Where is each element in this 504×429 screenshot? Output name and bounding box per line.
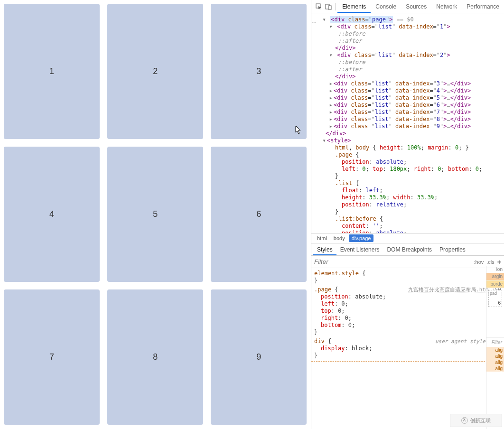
subtab-styles[interactable]: Styles bbox=[313, 244, 336, 255]
breadcrumb-html[interactable]: html bbox=[314, 234, 330, 242]
dom-node-list-5[interactable]: <div class="list" data-index="5">…</div> bbox=[322, 94, 504, 102]
boxmodel-value: 6 bbox=[498, 300, 501, 306]
dom-breadcrumb: html body div.page bbox=[311, 233, 504, 243]
dom-node-list-9[interactable]: <div class="list" data-index="9">…</div> bbox=[322, 123, 504, 130]
computed-prop[interactable]: alig bbox=[486, 353, 504, 359]
dom-pseudo-before: ::before bbox=[322, 30, 504, 37]
tab-performance[interactable]: Performance bbox=[462, 0, 504, 13]
subtab-properties[interactable]: Properties bbox=[436, 244, 469, 255]
tab-elements[interactable]: Elements bbox=[337, 0, 371, 13]
breadcrumb-body[interactable]: body bbox=[331, 234, 348, 242]
watermark-badge: 创新互联 bbox=[450, 414, 502, 427]
computed-filter-input[interactable]: Filter bbox=[486, 337, 504, 347]
breadcrumb-divpage[interactable]: div.page bbox=[349, 234, 374, 242]
grid-cell-2: 2 bbox=[107, 4, 203, 139]
dom-node-style[interactable]: <style> bbox=[322, 137, 504, 144]
dom-node-list-4[interactable]: <div class="list" data-index="4">…</div> bbox=[322, 87, 504, 94]
dom-node-page[interactable]: <div class="page"> == $0 bbox=[322, 16, 504, 23]
dom-pseudo-after: ::after bbox=[322, 37, 504, 45]
rule-page[interactable]: 九宫格百分比高度自适应布局.html:50 .page { position: … bbox=[314, 286, 501, 336]
styles-subtabs: Styles Event Listeners DOM Breakpoints P… bbox=[311, 243, 504, 256]
box-model-sliver: ion argin borde pad 6 Filter alig alig a… bbox=[486, 266, 504, 429]
devtools-panel: Elements Console Sources Network Perform… bbox=[311, 0, 504, 429]
tab-console[interactable]: Console bbox=[371, 0, 401, 13]
boxmodel-ion-label: ion bbox=[486, 266, 504, 273]
grid-cell-9: 9 bbox=[211, 289, 307, 425]
tab-sources[interactable]: Sources bbox=[401, 0, 431, 13]
grid-cell-8: 8 bbox=[107, 289, 203, 425]
devtools-tabs: Elements Console Sources Network Perform… bbox=[311, 0, 504, 13]
grid-cell-4: 4 bbox=[4, 147, 100, 282]
dom-pseudo-before: ::before bbox=[322, 59, 504, 66]
dom-style-content: html, body { height: 100%; margin: 0; } … bbox=[322, 144, 504, 233]
styles-filter-row: :hov .cls + bbox=[311, 256, 504, 268]
watermark-text: 创新互联 bbox=[470, 417, 491, 424]
grid-cell-7: 7 bbox=[4, 289, 100, 425]
dom-node-list-3[interactable]: <div class="list" data-index="3">…</div> bbox=[322, 80, 504, 87]
grid-cell-3: 3 bbox=[211, 4, 307, 139]
dom-node-list-8[interactable]: <div class="list" data-index="8">…</div> bbox=[322, 116, 504, 123]
dom-tree[interactable]: … <div class="page"> == $0 <div class="l… bbox=[311, 13, 504, 233]
page-preview: 1 2 3 4 5 6 7 8 9 bbox=[0, 0, 311, 429]
dom-node-list-7[interactable]: <div class="list" data-index="7">…</div> bbox=[322, 109, 504, 116]
grid-cell-5: 5 bbox=[107, 147, 203, 282]
grid-cell-1: 1 bbox=[4, 4, 100, 139]
hov-toggle[interactable]: :hov bbox=[474, 259, 484, 265]
rule-element-style[interactable]: element.style {} bbox=[314, 270, 501, 284]
boxmodel-padding-box: pad 6 bbox=[488, 290, 502, 307]
device-toggle-icon[interactable] bbox=[324, 1, 333, 12]
boxmodel-border-label: borde bbox=[486, 280, 504, 288]
dom-node-list-6[interactable]: <div class="list" data-index="6">…</div> bbox=[322, 102, 504, 109]
styles-filter-input[interactable] bbox=[314, 258, 471, 265]
computed-prop[interactable]: alig bbox=[486, 359, 504, 365]
watermark-logo-icon bbox=[461, 417, 468, 424]
dom-node-page-close: </div> bbox=[322, 130, 504, 137]
rule-ua-div[interactable]: user agent stylesheet div { display: blo… bbox=[314, 338, 501, 359]
svg-rect-2 bbox=[328, 6, 331, 9]
new-style-rule-button[interactable]: + bbox=[497, 258, 501, 266]
dom-node-list-1[interactable]: <div class="list" data-index="1"> bbox=[322, 23, 504, 30]
grid-container: 1 2 3 4 5 6 7 8 9 bbox=[0, 0, 311, 429]
dom-pseudo-after: ::after bbox=[322, 66, 504, 73]
dom-node-list-2[interactable]: <div class="list" data-index="2"> bbox=[322, 52, 504, 59]
computed-prop[interactable]: alig bbox=[486, 365, 504, 372]
computed-prop[interactable]: alig bbox=[486, 347, 504, 353]
subtab-dombreakpoints[interactable]: DOM Breakpoints bbox=[383, 244, 436, 255]
cls-toggle[interactable]: .cls bbox=[486, 259, 495, 265]
inspect-icon[interactable] bbox=[314, 1, 324, 12]
boxmodel-padding-label: pad bbox=[490, 291, 497, 296]
styles-panel[interactable]: element.style {} 九宫格百分比高度自适应布局.html:50 .… bbox=[311, 268, 504, 429]
boxmodel-margin-label: argin bbox=[486, 273, 504, 280]
dom-node-list-2-close: </div> bbox=[322, 73, 504, 80]
tab-network[interactable]: Network bbox=[431, 0, 462, 13]
subtab-eventlisteners[interactable]: Event Listeners bbox=[336, 244, 383, 255]
overflow-dots-icon[interactable]: … bbox=[312, 18, 316, 25]
grid-cell-6: 6 bbox=[211, 147, 307, 282]
dom-node-list-1-close: </div> bbox=[322, 45, 504, 52]
